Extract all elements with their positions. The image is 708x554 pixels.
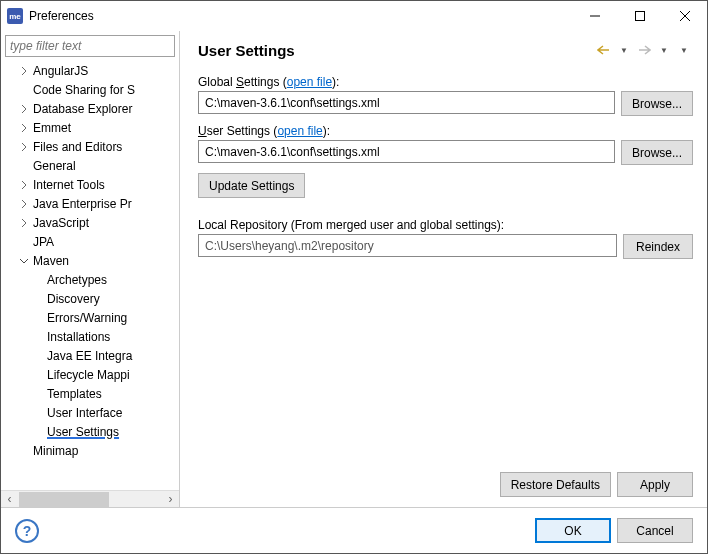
tree-item-label: Files and Editors	[31, 140, 122, 154]
global-settings-input[interactable]	[198, 91, 615, 114]
tree-item-label: Templates	[45, 387, 102, 401]
cancel-button[interactable]: Cancel	[617, 518, 693, 543]
tree-item[interactable]: Lifecycle Mappi	[3, 365, 179, 384]
page-header: User Settings ▼ ▼ ▼	[180, 31, 707, 67]
tree-item[interactable]: Database Explorer	[3, 99, 179, 118]
tree-item-label: Errors/Warning	[45, 311, 127, 325]
tree-item[interactable]: Maven	[3, 251, 179, 270]
tree-arrow-icon	[17, 67, 31, 75]
tree-item-label: JPA	[31, 235, 54, 249]
tree-arrow-icon	[17, 200, 31, 208]
filter-input[interactable]	[6, 39, 174, 53]
main-panel: User Settings ▼ ▼ ▼ Global Settings (ope…	[180, 31, 707, 507]
tree-arrow-icon	[17, 143, 31, 151]
tree-item[interactable]: Errors/Warning	[3, 308, 179, 327]
back-menu[interactable]: ▼	[615, 41, 633, 59]
tree-item[interactable]: Installations	[3, 327, 179, 346]
maximize-button[interactable]	[617, 1, 662, 31]
global-browse-button[interactable]: Browse...	[621, 91, 693, 116]
tree-item-label: User Interface	[45, 406, 122, 420]
scrollbar-thumb[interactable]	[19, 492, 109, 507]
tree-arrow-icon	[17, 105, 31, 113]
app-icon: me	[7, 8, 23, 24]
tree-item[interactable]: Emmet	[3, 118, 179, 137]
apply-button[interactable]: Apply	[617, 472, 693, 497]
minimize-button[interactable]	[572, 1, 617, 31]
tree-arrow-icon	[17, 257, 31, 265]
tree-item[interactable]: Internet Tools	[3, 175, 179, 194]
tree-item-label: User Settings	[45, 425, 119, 439]
tree-item[interactable]: Java Enterprise Pr	[3, 194, 179, 213]
reindex-button[interactable]: Reindex	[623, 234, 693, 259]
tree-item[interactable]: Files and Editors	[3, 137, 179, 156]
sidebar: AngularJSCode Sharing for SDatabase Expl…	[1, 31, 180, 507]
tree-item[interactable]: User Interface	[3, 403, 179, 422]
tree-item[interactable]: Java EE Integra	[3, 346, 179, 365]
update-settings-button[interactable]: Update Settings	[198, 173, 305, 198]
tree-item-label: Discovery	[45, 292, 100, 306]
tree-item[interactable]: Code Sharing for S	[3, 80, 179, 99]
tree-item-label: Lifecycle Mappi	[45, 368, 130, 382]
tree-item-label: Maven	[31, 254, 69, 268]
tree-item[interactable]: Discovery	[3, 289, 179, 308]
tree-item[interactable]: User Settings	[3, 422, 179, 441]
user-browse-button[interactable]: Browse...	[621, 140, 693, 165]
tree-item[interactable]: JPA	[3, 232, 179, 251]
ok-button[interactable]: OK	[535, 518, 611, 543]
restore-defaults-button[interactable]: Restore Defaults	[500, 472, 611, 497]
dialog-footer: ? OK Cancel	[1, 507, 707, 553]
filter-box[interactable]	[5, 35, 175, 57]
tree-item-label: Emmet	[31, 121, 71, 135]
tree-item-label: AngularJS	[31, 64, 88, 78]
tree-item-label: Internet Tools	[31, 178, 105, 192]
tree-item-label: Code Sharing for S	[31, 83, 135, 97]
forward-menu[interactable]: ▼	[655, 41, 673, 59]
titlebar: me Preferences	[1, 1, 707, 31]
tree-item[interactable]: Archetypes	[3, 270, 179, 289]
tree-item-label: Installations	[45, 330, 110, 344]
tree-item-label: Java EE Integra	[45, 349, 132, 363]
tree-arrow-icon	[17, 181, 31, 189]
tree-item-label: Database Explorer	[31, 102, 132, 116]
preferences-tree[interactable]: AngularJSCode Sharing for SDatabase Expl…	[1, 61, 179, 490]
tree-arrow-icon	[17, 124, 31, 132]
user-open-file-link[interactable]: open file	[277, 124, 322, 138]
local-repo-label: Local Repository (From merged user and g…	[198, 218, 693, 232]
global-settings-label: Global Settings (open file):	[198, 75, 693, 89]
tree-item[interactable]: General	[3, 156, 179, 175]
user-settings-input[interactable]	[198, 140, 615, 163]
page-title: User Settings	[198, 42, 593, 59]
tree-item-label: Minimap	[31, 444, 78, 458]
close-button[interactable]	[662, 1, 707, 31]
tree-item-label: General	[31, 159, 76, 173]
svg-rect-1	[635, 12, 644, 21]
view-menu[interactable]: ▼	[675, 41, 693, 59]
tree-item[interactable]: AngularJS	[3, 61, 179, 80]
horizontal-scrollbar[interactable]: ‹ ›	[1, 490, 179, 507]
tree-item[interactable]: JavaScript	[3, 213, 179, 232]
tree-item-label: Archetypes	[45, 273, 107, 287]
tree-item[interactable]: Templates	[3, 384, 179, 403]
help-button[interactable]: ?	[15, 519, 39, 543]
tree-item-label: Java Enterprise Pr	[31, 197, 132, 211]
forward-button[interactable]	[635, 41, 653, 59]
tree-item-label: JavaScript	[31, 216, 89, 230]
global-open-file-link[interactable]: open file	[287, 75, 332, 89]
window-title: Preferences	[29, 9, 572, 23]
user-settings-label: User Settings (open file):	[198, 124, 693, 138]
local-repo-input[interactable]	[198, 234, 617, 257]
back-button[interactable]	[595, 41, 613, 59]
tree-item[interactable]: Minimap	[3, 441, 179, 460]
tree-arrow-icon	[17, 219, 31, 227]
scroll-right-button[interactable]: ›	[162, 491, 179, 508]
